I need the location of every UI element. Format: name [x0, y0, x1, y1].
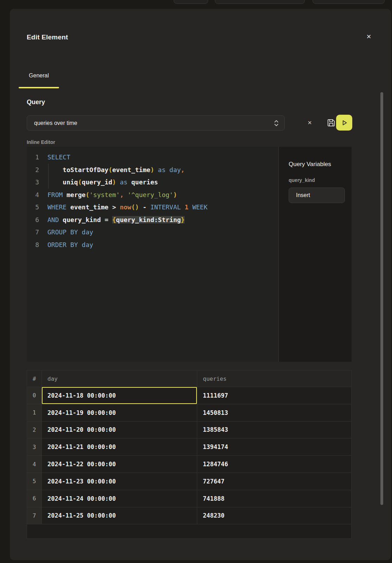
line-number: 4	[27, 189, 47, 201]
topbar-button[interactable]	[313, 0, 385, 4]
day-cell[interactable]: 2024-11-24 00:00:00	[42, 490, 197, 507]
row-index-cell: 1	[27, 404, 42, 421]
table-row: 62024-11-24 00:00:00741888	[27, 490, 351, 507]
save-icon	[327, 118, 336, 127]
queries-cell[interactable]: 1385843	[197, 421, 351, 438]
line-number: 6	[27, 214, 47, 226]
code-line: 4FROM merge('system', '^query_log')	[27, 189, 278, 201]
line-number: 8	[27, 239, 47, 251]
query-select[interactable]: queries over time	[27, 115, 285, 131]
day-cell[interactable]: 2024-11-25 00:00:00	[42, 507, 197, 524]
save-query-button[interactable]	[325, 117, 337, 128]
day-cell[interactable]: 2024-11-20 00:00:00	[42, 421, 197, 438]
day-cell[interactable]: 2024-11-21 00:00:00	[42, 438, 197, 455]
line-number: 2	[27, 164, 47, 176]
topbar-button[interactable]	[174, 0, 208, 4]
row-index-cell: 7	[27, 507, 42, 524]
query-variables-panel: Query Variables query_kind Insert	[278, 147, 352, 362]
code-line: 3 uniq(query_id) as queries	[27, 176, 278, 189]
day-cell[interactable]: 2024-11-19 00:00:00	[42, 404, 197, 421]
code-line-content: toStartOfDay(event_time) as day,	[47, 164, 185, 176]
line-number: 7	[27, 226, 47, 239]
header-cell-queries: queries	[197, 371, 351, 387]
day-cell[interactable]: 2024-11-22 00:00:00	[42, 455, 197, 473]
row-index-cell: 5	[27, 473, 42, 490]
modal-title: Edit Element	[27, 33, 68, 41]
queries-cell[interactable]: 727647	[197, 473, 351, 490]
code-line-content: SELECT	[47, 151, 70, 164]
run-query-button[interactable]	[336, 115, 352, 131]
code-line-content: GROUP BY day	[47, 226, 93, 239]
row-index-cell: 0	[27, 387, 42, 404]
row-index-cell: 4	[27, 455, 42, 473]
line-number: 3	[27, 176, 47, 189]
queries-cell[interactable]: 1394174	[197, 438, 351, 455]
insert-variable-button[interactable]: Insert	[289, 188, 345, 203]
inline-editor-label: Inline Editor	[27, 139, 55, 145]
row-index-cell: 3	[27, 438, 42, 455]
code-line: 5WHERE event_time > now() - INTERVAL 1 W…	[27, 201, 278, 214]
header-cell-index: #	[27, 371, 42, 387]
queries-cell[interactable]: 248230	[197, 507, 351, 524]
code-line: 2 toStartOfDay(event_time) as day,	[27, 164, 278, 176]
sql-editor: 1SELECT2 toStartOfDay(event_time) as day…	[27, 147, 352, 362]
row-index-cell: 6	[27, 490, 42, 507]
code-line: 8ORDER BY day	[27, 239, 278, 251]
results-table: # day queries 02024-11-18 00:00:00111169…	[27, 370, 352, 539]
code-line-content: FROM merge('system', '^query_log')	[47, 189, 177, 201]
query-section-heading: Query	[27, 99, 45, 106]
line-number: 5	[27, 201, 47, 214]
clear-icon: ✕	[308, 120, 312, 126]
active-tab-underline	[19, 87, 59, 88]
queries-cell[interactable]: 1284746	[197, 455, 351, 473]
header-cell-day: day	[42, 371, 197, 387]
close-button[interactable]: ✕	[364, 31, 374, 42]
query-select-value: queries over time	[34, 120, 273, 126]
modal-scrollbar-thumb[interactable]	[380, 92, 383, 505]
variable-name-label: query_kind	[289, 177, 343, 183]
code-line: 1SELECT	[27, 151, 278, 164]
code-line: 6AND query_kind = {query_kind:String}	[27, 214, 278, 226]
code-line-content: WHERE event_time > now() - INTERVAL 1 WE…	[47, 201, 207, 214]
queries-cell[interactable]: 1111697	[197, 387, 351, 404]
edit-element-modal: Edit Element ✕ General Query queries ove…	[10, 9, 391, 560]
queries-cell[interactable]: 1450813	[197, 404, 351, 421]
day-cell-selected[interactable]: 2024-11-18 00:00:00	[42, 387, 197, 404]
query-variables-heading: Query Variables	[289, 161, 343, 168]
table-row: 52024-11-23 00:00:00727647	[27, 473, 351, 490]
queries-cell[interactable]: 741888	[197, 490, 351, 507]
topbar-button[interactable]	[215, 0, 305, 4]
code-line: 7GROUP BY day	[27, 226, 278, 239]
table-row: 32024-11-21 00:00:001394174	[27, 438, 351, 455]
play-icon	[340, 119, 348, 127]
table-row: 42024-11-22 00:00:001284746	[27, 455, 351, 473]
table-row: 12024-11-19 00:00:001450813	[27, 404, 351, 421]
table-header-row: # day queries	[27, 371, 351, 387]
table-row: 22024-11-20 00:00:001385843	[27, 421, 351, 438]
table-footer	[27, 524, 351, 538]
code-line-content: ORDER BY day	[47, 239, 93, 251]
code-line-content: uniq(query_id) as queries	[47, 176, 158, 189]
table-row: 02024-11-18 00:00:001111697	[27, 387, 351, 404]
code-line-content: AND query_kind = {query_kind:String}	[47, 214, 185, 226]
line-number: 1	[27, 151, 47, 164]
tab-general[interactable]: General	[19, 64, 59, 87]
up-down-chevrons-icon	[273, 119, 279, 127]
row-index-cell: 2	[27, 421, 42, 438]
table-row: 72024-11-25 00:00:00248230	[27, 507, 351, 524]
clear-query-button[interactable]: ✕	[304, 118, 315, 128]
close-icon: ✕	[366, 33, 371, 40]
screen: Edit Element ✕ General Query queries ove…	[0, 0, 392, 563]
code-area[interactable]: 1SELECT2 toStartOfDay(event_time) as day…	[27, 147, 278, 362]
day-cell[interactable]: 2024-11-23 00:00:00	[42, 473, 197, 490]
